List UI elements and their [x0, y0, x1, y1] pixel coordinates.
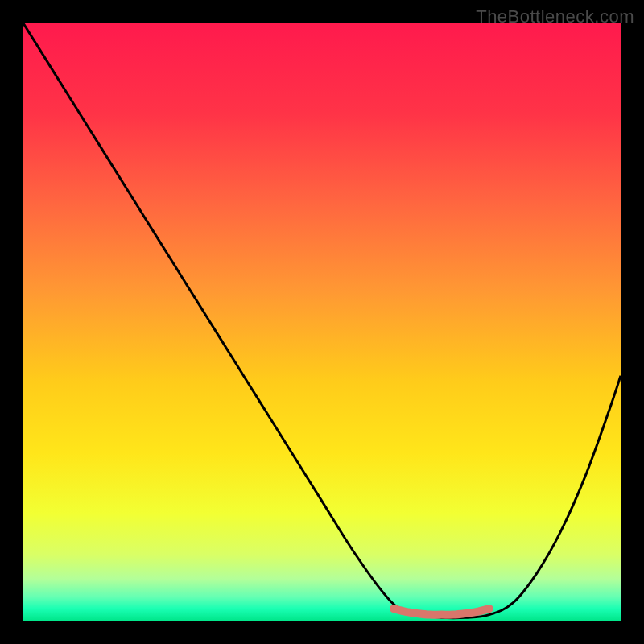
curve-layer [23, 23, 621, 621]
optimal-range-marker [394, 609, 489, 615]
plot-area [23, 23, 621, 621]
watermark-text: TheBottleneck.com [476, 6, 634, 27]
bottleneck-curve [23, 23, 621, 618]
